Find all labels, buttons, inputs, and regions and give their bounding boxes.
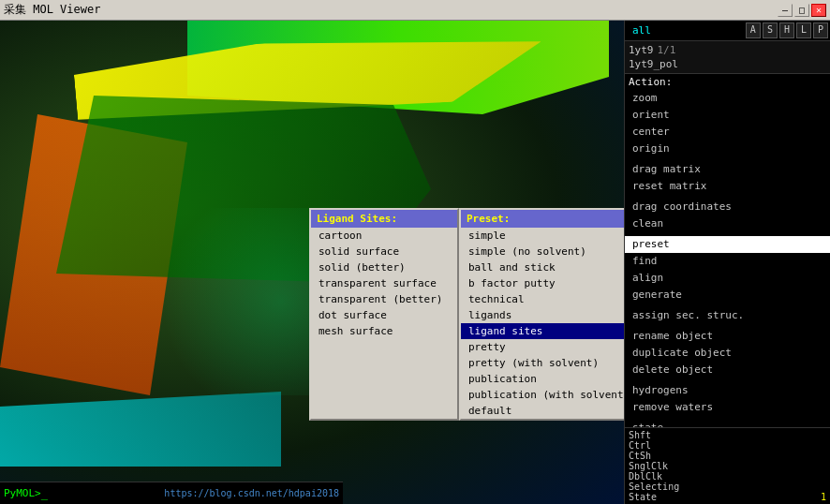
action-drag-coordinates[interactable]: drag coordinates [625,199,830,215]
status-info: Shft Ctrl CtSh SnglClk DblClk Selecting [625,427,830,504]
action-origin[interactable]: origin [625,141,830,157]
action-center[interactable]: center [625,124,830,141]
action-align[interactable]: align [625,270,830,287]
action-assign-sec-struc[interactable]: assign sec. struc. [625,307,830,324]
status-state-key: State [629,492,657,502]
status-dblclk-key: DblClk [629,471,662,482]
action-list: zoom orient center origin drag matrix re… [625,90,830,427]
status-ctrl: Ctrl [629,440,826,451]
preset-menu: Preset: simple simple (no solvent) ball … [459,208,624,421]
status-snglclk: SnglClk [629,461,826,471]
status-ctsh: CtSh [629,451,826,461]
ligand-solid-surface-item[interactable]: solid surface [311,244,457,259]
ligand-dot-surface-item[interactable]: dot surface [311,307,457,323]
action-duplicate-object[interactable]: duplicate object [625,345,830,362]
action-header: Action: [625,74,830,90]
action-hydrogens[interactable]: hydrogens [625,382,830,399]
action-delete-object[interactable]: delete object [625,362,830,378]
tab-a[interactable]: A [746,22,761,38]
object-1yt9-pol-name: 1yt9_pol [629,58,678,70]
tab-l[interactable]: L [796,22,811,38]
status-shft: Shft [629,430,826,440]
preset-bfactor-item[interactable]: b factor putty [461,275,624,291]
preset-simple-no-solvent-item[interactable]: simple (no solvent) [461,244,624,259]
object-1yt9-tag: 1/1 [658,44,676,56]
tab-p[interactable]: P [813,22,828,38]
object-1yt9-name: 1yt9 [629,44,654,56]
filter-all-label: all [627,22,746,38]
preset-simple-item[interactable]: simple [461,228,624,244]
maximize-button[interactable]: □ [794,4,809,17]
ligand-solid-better-item[interactable]: solid (better) [311,259,457,275]
title-bar: 采集 MOL Viewer — □ ✕ [0,0,830,21]
preset-publication-solvent-item[interactable]: publication (with solvent) [461,387,624,403]
preset-technical-item[interactable]: technical [461,291,624,307]
status-dblclk: DblClk [629,471,826,482]
close-button[interactable]: ✕ [811,4,826,17]
action-reset-matrix[interactable]: reset matrix [625,178,830,195]
ligand-sites-menu: Ligand Sites: cartoon solid surface soli… [309,208,459,421]
action-find[interactable]: find [625,253,830,270]
preset-pretty-item[interactable]: pretty [461,339,624,355]
watermark: https://blog.csdn.net/hdpai2018 [0,482,343,504]
preset-ball-stick-item[interactable]: ball and stick [461,259,624,275]
object-list: 1yt9 1/1 1yt9_pol [625,41,830,74]
action-generate[interactable]: generate [625,287,830,304]
window-controls: — □ ✕ [778,4,826,17]
status-selecting-key: Selecting [629,482,679,492]
tab-h[interactable]: H [779,22,794,38]
status-ctsh-key: CtSh [629,451,651,461]
action-state[interactable]: state [625,420,830,427]
ligand-transparent-surface-item[interactable]: transparent surface [311,275,457,291]
main-container: Ligand Sites: cartoon solid surface soli… [0,21,830,504]
ligand-sites-header: Ligand Sites: [311,210,457,228]
minimize-button[interactable]: — [778,4,793,17]
ligand-mesh-surface-item[interactable]: mesh surface [311,323,457,339]
watermark-text: https://blog.csdn.net/hdpai2018 [164,488,339,498]
status-selecting: Selecting [629,482,826,492]
status-shft-key: Shft [629,430,651,440]
preset-default-item[interactable]: default [461,403,624,419]
preset-ligand-sites-item[interactable]: ligand sites [461,323,624,339]
preset-publication-item[interactable]: publication [461,371,624,387]
status-snglclk-key: SnglClk [629,461,668,471]
preset-pretty-solvent-item[interactable]: pretty (with solvent) [461,355,624,371]
window-title: 采集 MOL Viewer [4,2,778,18]
action-drag-matrix[interactable]: drag matrix [625,161,830,178]
action-orient[interactable]: orient [625,107,830,124]
panel-tabs: A S H L P [746,22,828,38]
status-state-val: 1 [821,492,826,502]
ligand-transparent-better-item[interactable]: transparent (better) [311,291,457,307]
right-panel-top: all A S H L P [625,21,830,41]
preset-header: Preset: [461,210,624,228]
tab-s[interactable]: S [763,22,778,38]
action-preset[interactable]: preset [625,236,830,253]
object-1yt9[interactable]: 1yt9 1/1 [629,43,826,57]
preset-ligands-item[interactable]: ligands [461,307,624,323]
right-panel: all A S H L P 1yt9 1/1 1yt9_pol Action: … [624,21,830,504]
action-clean[interactable]: clean [625,215,830,232]
action-zoom[interactable]: zoom [625,90,830,107]
status-ctrl-key: Ctrl [629,440,651,451]
action-remove-waters[interactable]: remove waters [625,399,830,416]
object-1yt9-pol[interactable]: 1yt9_pol [629,57,826,71]
status-state: State 1 [629,492,826,502]
viewport[interactable]: Ligand Sites: cartoon solid surface soli… [0,21,624,504]
dropdown-container: Ligand Sites: cartoon solid surface soli… [309,208,624,421]
ligand-cartoon-item[interactable]: cartoon [311,228,457,244]
action-rename-object[interactable]: rename object [625,328,830,345]
